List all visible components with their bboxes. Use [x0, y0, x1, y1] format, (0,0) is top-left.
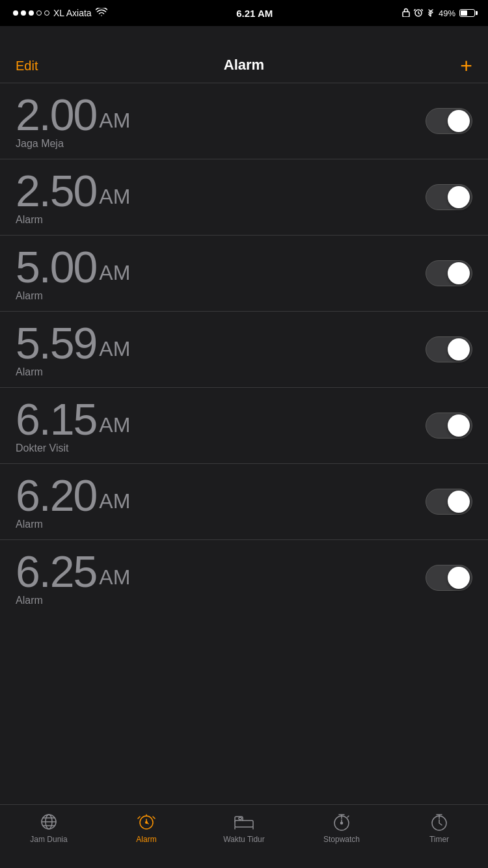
tab-stopwatch-label: Stopwatch [323, 835, 360, 844]
signal-dot-2 [21, 10, 26, 16]
alarm-toggle-5[interactable] [426, 489, 472, 515]
alarm-time-2: 5.00 AM [16, 245, 130, 289]
carrier-label: XL Axiata [53, 8, 92, 18]
toggle-thumb-2 [448, 262, 470, 284]
alarm-time-0: 2.00 AM [16, 92, 130, 137]
alarm-item-4[interactable]: 6.15 AM Dokter Visit [0, 388, 488, 464]
alarm-toggle-2[interactable] [426, 260, 472, 286]
alarm-icon [136, 811, 157, 832]
alarm-status-icon [414, 8, 423, 19]
alarm-hour-3: 5.59 [16, 321, 96, 365]
alarm-time-6: 6.25 AM [16, 549, 130, 593]
alarm-label-3: Alarm [16, 366, 130, 378]
alarm-toggle-3[interactable] [426, 336, 472, 362]
bed-icon [234, 811, 254, 832]
tab-alarm[interactable]: Alarm [98, 811, 195, 844]
toggle-thumb-0 [448, 110, 470, 132]
svg-rect-6 [235, 821, 253, 827]
tab-waktu-tidur-label: Waktu Tidur [223, 835, 265, 844]
alarm-time-3: 5.59 AM [16, 321, 130, 365]
alarm-period-2: AM [99, 261, 130, 285]
alarm-item-0[interactable]: 2.00 AM Jaga Meja [0, 83, 488, 159]
alarm-label-5: Alarm [16, 519, 130, 530]
toggle-thumb-3 [448, 338, 470, 360]
nav-bar: Edit Alarm + [0, 26, 488, 83]
alarm-toggle-4[interactable] [426, 413, 472, 439]
tab-stopwatch[interactable]: Stopwatch [293, 811, 390, 844]
alarm-period-3: AM [99, 337, 130, 361]
alarm-item-2[interactable]: 5.00 AM Alarm [0, 236, 488, 312]
lock-icon [402, 8, 410, 19]
tab-bar: Jam Dunia Alarm Waktu Tidur [0, 804, 488, 868]
toggle-thumb-5 [448, 491, 470, 513]
alarm-info-0: 2.00 AM Jaga Meja [16, 92, 130, 150]
alarm-label-4: Dokter Visit [16, 442, 130, 454]
tab-jam-dunia-label: Jam Dunia [30, 835, 67, 844]
alarm-toggle-6[interactable] [426, 565, 472, 591]
tab-timer[interactable]: Timer [390, 811, 488, 844]
globe-icon [38, 811, 59, 832]
alarm-hour-5: 6.20 [16, 473, 96, 517]
alarm-period-6: AM [99, 565, 130, 590]
alarm-info-1: 2.50 AM Alarm [16, 169, 130, 226]
alarm-period-0: AM [99, 109, 130, 133]
battery-icon [459, 9, 475, 17]
svg-point-5 [145, 821, 148, 824]
svg-point-7 [239, 817, 241, 820]
alarm-toggle-0[interactable] [426, 108, 472, 134]
alarm-list: 2.00 AM Jaga Meja 2.50 AM Alarm [0, 83, 488, 616]
toggle-thumb-4 [448, 414, 470, 437]
alarm-time-5: 6.20 AM [16, 473, 130, 517]
alarm-hour-0: 2.00 [16, 92, 96, 137]
alarm-label-2: Alarm [16, 290, 130, 302]
alarm-hour-1: 2.50 [16, 169, 96, 213]
alarm-item-5[interactable]: 6.20 AM Alarm [0, 464, 488, 540]
alarm-hour-6: 6.25 [16, 549, 96, 593]
alarm-hour-4: 6.15 [16, 397, 96, 441]
toggle-thumb-1 [448, 186, 470, 208]
tab-waktu-tidur[interactable]: Waktu Tidur [195, 811, 293, 844]
svg-rect-0 [403, 12, 409, 17]
signal-dot-4 [36, 10, 42, 16]
alarm-period-4: AM [99, 413, 130, 437]
alarm-info-3: 5.59 AM Alarm [16, 321, 130, 378]
alarm-info-5: 6.20 AM Alarm [16, 473, 130, 530]
page-title: Alarm [224, 57, 264, 74]
alarm-label-1: Alarm [16, 214, 130, 226]
status-bar: XL Axiata 6.21 AM 49 [0, 0, 488, 26]
alarm-info-4: 6.15 AM Dokter Visit [16, 397, 130, 454]
alarm-info-2: 5.00 AM Alarm [16, 245, 130, 302]
alarm-item-3[interactable]: 5.59 AM Alarm [0, 312, 488, 388]
bluetooth-icon [427, 7, 435, 20]
alarm-item-1[interactable]: 2.50 AM Alarm [0, 159, 488, 236]
status-left: XL Axiata [13, 8, 107, 19]
alarm-label-0: Jaga Meja [16, 138, 130, 150]
tab-jam-dunia[interactable]: Jam Dunia [0, 811, 98, 844]
alarm-hour-2: 5.00 [16, 245, 96, 289]
toggle-thumb-6 [448, 567, 470, 589]
edit-button[interactable]: Edit [16, 59, 38, 74]
wifi-icon [96, 8, 107, 19]
tab-alarm-label: Alarm [136, 835, 156, 844]
tab-timer-label: Timer [429, 835, 449, 844]
signal-dot-5 [44, 10, 49, 16]
signal-dot-3 [29, 10, 34, 16]
stopwatch-icon [331, 811, 352, 832]
alarm-period-1: AM [99, 185, 130, 209]
alarm-period-5: AM [99, 489, 130, 513]
status-right: 49% [402, 7, 475, 20]
signal-dot-1 [13, 10, 18, 16]
svg-point-9 [341, 822, 343, 824]
battery-percentage: 49% [439, 8, 455, 18]
signal-dots [13, 10, 49, 16]
alarm-toggle-1[interactable] [426, 184, 472, 210]
alarm-time-1: 2.50 AM [16, 169, 130, 213]
status-time: 6.21 AM [236, 8, 273, 19]
add-alarm-button[interactable]: + [460, 55, 472, 76]
alarm-label-6: Alarm [16, 595, 130, 606]
timer-icon [429, 811, 450, 832]
alarm-list-container: 2.00 AM Jaga Meja 2.50 AM Alarm [0, 83, 488, 804]
alarm-time-4: 6.15 AM [16, 397, 130, 441]
alarm-info-6: 6.25 AM Alarm [16, 549, 130, 606]
alarm-item-6[interactable]: 6.25 AM Alarm [0, 540, 488, 616]
